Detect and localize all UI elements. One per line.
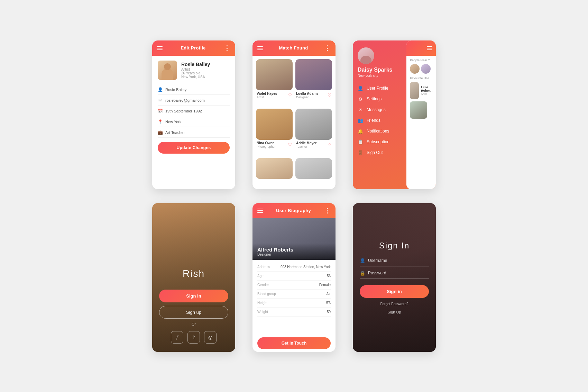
match-item-luella[interactable]: Luella Adams Designer ♡: [295, 59, 332, 106]
work-icon: 💼: [158, 130, 163, 135]
username-icon: 👤: [360, 258, 365, 263]
field-location[interactable]: 📍 New York: [158, 117, 230, 127]
match-item-addie[interactable]: Addie Meyer Teacher ♡: [295, 109, 332, 155]
bio-row-weight: Weight 59: [257, 308, 331, 317]
bio-label-weight: Weight: [257, 310, 268, 314]
bio-header-overlay: Alfred Roberts Designer: [252, 243, 336, 260]
password-label: Password: [368, 271, 386, 275]
field-name[interactable]: 👤 Rosie Bailey: [158, 85, 230, 95]
bio-value-age: 56: [327, 274, 331, 278]
profile-location: New York, USA: [181, 75, 210, 79]
bio-row-address: Address 903 Hartmann Station, New York: [257, 263, 331, 272]
match-info-addie: Addie Meyer Teacher: [296, 141, 316, 148]
password-input-group[interactable]: 🔒 Password: [360, 271, 429, 279]
update-changes-button[interactable]: Update Changes: [158, 142, 230, 154]
profile-text-info: Rosie Bailey Artist 26 Years old New Yor…: [181, 62, 210, 79]
more-options-icon[interactable]: ⋮: [224, 45, 230, 51]
fav-item-2[interactable]: [410, 101, 432, 119]
email-icon: ✉: [158, 98, 163, 103]
app-name: Rish: [183, 268, 205, 279]
signup-button[interactable]: Sign up: [159, 306, 228, 319]
forgot-password-link[interactable]: Forgot Password?: [380, 302, 408, 306]
bio-title: User Biography: [276, 208, 311, 213]
edit-profile-content: Rosie Bailey Artist 26 Years old New Yor…: [152, 56, 235, 189]
friends-icon: 👥: [358, 118, 363, 123]
near-avatar-2[interactable]: [421, 64, 431, 74]
match-info-violet: Violet Hayes Artist: [257, 92, 277, 99]
avatar: [158, 61, 177, 80]
showcase-grid: Edit Profile ⋮ Rosie Bailey Artist 26 Ye…: [138, 27, 450, 366]
sidebar-menu-card: Daisy Sparks New york city 👤 User Profil…: [353, 40, 436, 189]
heart-icon-nina[interactable]: ♡: [288, 142, 292, 147]
match-photo-addie: [295, 109, 332, 140]
match-name-row-violet: Violet Hayes Artist ♡: [256, 92, 293, 99]
hamburger-icon-right[interactable]: [427, 46, 432, 50]
bio-label-gender: Gender: [257, 283, 269, 287]
field-email[interactable]: ✉ rosiebailey@gmail.com: [158, 95, 230, 106]
fav-photo-1: [410, 82, 419, 99]
more-options-bio-icon[interactable]: ⋮: [324, 208, 331, 214]
heart-icon-luella[interactable]: ♡: [328, 93, 331, 98]
match-name-violet: Violet Hayes: [257, 92, 277, 95]
sidebar-user-city: New york city: [358, 74, 402, 78]
signin-form-card: Sign In 👤 Username 🔒 Password Sign in Fo…: [353, 203, 436, 352]
fav-item-1[interactable]: Lillie Rober... Artist: [410, 82, 432, 99]
signin-form-title: Sign In: [379, 241, 410, 250]
signup-link[interactable]: Sign Up: [387, 310, 401, 314]
sidebar-item-notifications[interactable]: 🔔 Notifications: [358, 126, 402, 137]
calendar-icon: 📅: [158, 109, 163, 113]
field-occupation[interactable]: 💼 Art Teacher: [158, 128, 230, 138]
edit-profile-header: Edit Profile ⋮: [152, 40, 235, 56]
sidebar-item-signout[interactable]: 🚪 Sign Out: [358, 147, 402, 158]
profile-age: 26 Years old: [181, 71, 210, 75]
people-near-me-section: People Near Y...: [410, 58, 432, 74]
bio-value-blood: A+: [326, 292, 331, 296]
match-item-partial1[interactable]: [256, 158, 293, 186]
sidebar-item-messages[interactable]: ✉ Messages: [358, 104, 402, 115]
near-avatar-1[interactable]: [410, 64, 420, 74]
heart-icon-addie[interactable]: ♡: [328, 142, 331, 147]
username-input-group[interactable]: 👤 Username: [360, 258, 429, 266]
favourite-users-section: Favourite Use... Lillie Rober... Artist: [410, 76, 432, 119]
bio-row-height: Height 5'6: [257, 299, 331, 308]
twitter-icon[interactable]: 𝕥: [187, 331, 200, 344]
user-icon: 👤: [158, 87, 163, 92]
match-photo-luella: [295, 59, 332, 90]
instagram-icon[interactable]: ◎: [204, 331, 217, 344]
field-dob[interactable]: 📅 19th September 1992: [158, 106, 230, 116]
user-profile-icon: 👤: [358, 86, 363, 91]
messages-icon: ✉: [358, 107, 363, 112]
sidebar-item-subscription[interactable]: 📋 Subscription: [358, 137, 402, 147]
match-item-violet[interactable]: Violet Hayes Artist ♡: [256, 59, 293, 106]
fav-users-label: Favourite Use...: [410, 76, 432, 80]
heart-icon-violet[interactable]: ♡: [288, 93, 292, 98]
match-role-nina: Photographer: [257, 145, 276, 148]
get-in-touch-button[interactable]: Get In Touch: [257, 337, 331, 349]
signin-submit-button[interactable]: Sign in: [360, 285, 429, 298]
match-item-nina[interactable]: Nina Owen Photographer ♡: [256, 109, 293, 155]
hamburger-icon[interactable]: [157, 46, 163, 50]
username-label: Username: [368, 258, 387, 263]
match-item-partial2[interactable]: [295, 158, 332, 186]
bio-value-height: 5'6: [326, 301, 331, 305]
hamburger-icon-bio[interactable]: [257, 209, 263, 213]
sidebar-right-header: [406, 40, 436, 56]
or-text: Or: [192, 322, 196, 326]
sidebar-item-user-profile[interactable]: 👤 User Profile: [358, 83, 402, 94]
facebook-icon[interactable]: 𝑓: [171, 331, 183, 344]
field-email-value: rosiebailey@gmail.com: [165, 98, 205, 102]
bio-details: Address 903 Hartmann Station, New York A…: [252, 260, 336, 335]
fav-name-1: Lillie Rober...: [421, 85, 432, 92]
sidebar-item-friends[interactable]: 👥 Friends: [358, 115, 402, 126]
settings-icon: ⚙: [358, 97, 363, 102]
notifications-icon: 🔔: [358, 129, 363, 134]
match-name-row-nina: Nina Owen Photographer ♡: [256, 141, 293, 148]
sidebar-item-settings[interactable]: ⚙ Settings: [358, 94, 402, 104]
signin-primary-button[interactable]: Sign in: [159, 290, 228, 302]
bio-photo: Alfred Roberts Designer: [252, 218, 336, 260]
match-found-header: Match Found ⋮: [252, 40, 336, 56]
hamburger-icon[interactable]: [257, 46, 263, 50]
match-photo-violet: [256, 59, 293, 90]
more-options-icon[interactable]: ⋮: [324, 45, 331, 51]
subscription-icon: 📋: [358, 139, 363, 145]
